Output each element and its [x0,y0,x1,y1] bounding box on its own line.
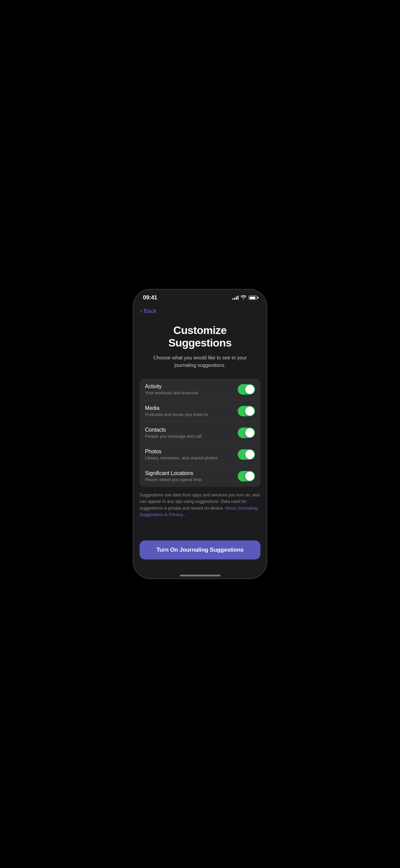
page-title: Customize Suggestions [144,324,256,349]
wifi-icon [241,295,246,300]
signal-icon [232,296,238,300]
locations-subtitle: Places where you spend time [145,477,232,482]
locations-title: Significant Locations [145,470,232,476]
page-content: ‹ Back Customize Suggestions Choose what… [133,304,267,569]
settings-row-activity: Activity Your workouts and exercise [140,379,260,400]
contacts-subtitle: People you message and call [145,434,232,439]
activity-subtitle: Your workouts and exercise [145,390,232,395]
settings-row-locations: Significant Locations Places where you s… [140,466,260,487]
settings-row-contacts: Contacts People you message and call [140,422,260,444]
contacts-title: Contacts [145,427,232,433]
status-time: 09:41 [143,294,157,301]
bottom-area: Turn On Journaling Suggestions [133,535,267,569]
turn-on-button[interactable]: Turn On Journaling Suggestions [140,540,260,559]
title-section: Customize Suggestions Choose what you wo… [133,317,267,376]
status-icons [232,295,257,300]
nav-bar: ‹ Back [133,304,267,317]
back-label: Back [144,308,156,315]
media-toggle[interactable] [238,406,255,416]
locations-toggle[interactable] [238,471,255,481]
activity-title: Activity [145,383,232,390]
home-indicator [133,569,267,578]
footer-note: Suggestions use data from apps and servi… [140,492,260,518]
settings-row-media: Media Podcasts and music you listen to [140,400,260,422]
settings-row-photos: Photos Library, memories, and shared pho… [140,444,260,466]
activity-toggle[interactable] [238,384,255,395]
photos-title: Photos [145,449,232,455]
battery-icon [249,296,257,300]
back-button[interactable]: ‹ Back [140,307,156,316]
contacts-toggle[interactable] [238,428,255,438]
home-bar [180,575,220,576]
page-subtitle: Choose what you would like to see in you… [144,354,256,369]
settings-card: Activity Your workouts and exercise Medi… [140,379,260,487]
phone-frame: 09:41 ‹ Back [133,290,267,578]
back-chevron-icon: ‹ [140,308,142,315]
status-bar: 09:41 [133,290,267,304]
media-subtitle: Podcasts and music you listen to [145,412,232,417]
media-title: Media [145,405,232,411]
photos-toggle[interactable] [238,449,255,460]
photos-subtitle: Library, memories, and shared photos [145,455,232,460]
